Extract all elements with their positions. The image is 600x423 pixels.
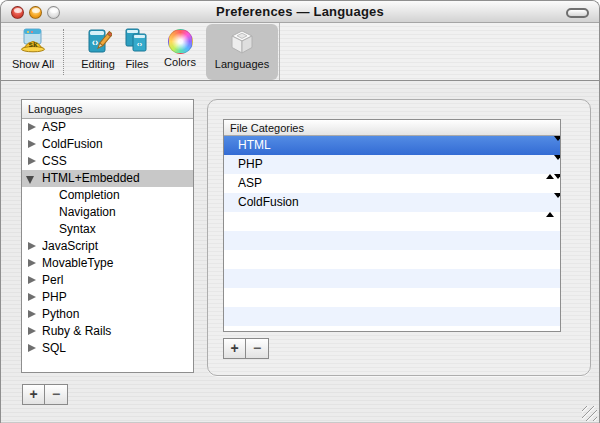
disclosure-collapsed-icon[interactable] — [28, 344, 36, 352]
svg-text:‹›: ‹› — [137, 40, 143, 49]
sidebar-item-movabletype[interactable]: MovableType — [22, 255, 193, 272]
sidebar-item-css[interactable]: CSS — [22, 153, 193, 170]
sidebar-item-ruby-rails[interactable]: Ruby & Rails — [22, 323, 193, 340]
tree-item-label: Python — [42, 307, 79, 321]
reorder-stepper-icon[interactable] — [546, 177, 554, 190]
tree-item-label: ASP — [42, 120, 66, 134]
sidebar-item-syntax[interactable]: Syntax — [22, 221, 193, 238]
toolbar-item-label: Editing — [73, 58, 123, 70]
sidebar-item-perl[interactable]: Perl — [22, 272, 193, 289]
row-label: ASP — [238, 176, 262, 190]
tree-item-label: Ruby & Rails — [42, 324, 111, 338]
disclosure-collapsed-icon[interactable] — [28, 123, 36, 131]
toolbar-item-files[interactable]: ‹› Files — [119, 26, 155, 78]
disclosure-collapsed-icon[interactable] — [28, 310, 36, 318]
toolbar-item-label: Show All — [5, 58, 61, 70]
disclosure-collapsed-icon[interactable] — [28, 157, 36, 165]
sidebar-item-html-embedded[interactable]: HTML+Embedded — [22, 170, 193, 187]
reorder-stepper-icon[interactable] — [546, 158, 554, 171]
toolbar-item-label: Files — [119, 58, 155, 70]
categories-add-remove-group: + − — [223, 338, 269, 359]
title-bar[interactable]: Preferences — Languages — [1, 1, 599, 23]
toolbar-divider — [279, 23, 280, 80]
svg-text:‹›: ‹› — [92, 37, 99, 48]
white-cube-icon — [228, 28, 256, 56]
toolbar-item-label: Languages — [208, 58, 276, 70]
file-category-row-coldfusion[interactable]: ColdFusion — [224, 193, 560, 212]
disclosure-collapsed-icon[interactable] — [28, 293, 36, 301]
tree-item-label: HTML+Embedded — [42, 171, 140, 185]
sidebar-item-asp[interactable]: ASP — [22, 119, 193, 136]
tree-item-label: SQL — [42, 341, 66, 355]
add-language-button[interactable]: + — [22, 384, 45, 405]
languages-column-header: Languages — [22, 100, 193, 119]
tree-item-label: PHP — [42, 290, 67, 304]
tree-item-label: Syntax — [59, 222, 96, 236]
tree-item-label: Perl — [42, 273, 63, 287]
reorder-stepper-icon[interactable] — [546, 196, 554, 209]
sidebar-item-navigation[interactable]: Navigation — [22, 204, 193, 221]
file-category-row-html[interactable]: HTML — [224, 136, 560, 155]
disclosure-expanded-icon[interactable] — [26, 176, 34, 184]
tree-item-label: Completion — [59, 188, 120, 202]
disclosure-collapsed-icon[interactable] — [28, 259, 36, 267]
window-title: Preferences — Languages — [1, 4, 599, 19]
color-wheel-icon — [168, 29, 193, 54]
tree-item-label: Navigation — [59, 205, 116, 219]
toolbar-item-label: Colors — [159, 56, 201, 68]
sidebar-item-completion[interactable]: Completion — [22, 187, 193, 204]
sidebar-add-remove-group: + − — [22, 384, 68, 405]
toolbar: sk Show All ‹› Editing — [1, 23, 599, 81]
toolbar-separator-dotted — [63, 29, 64, 75]
resize-grip[interactable] — [582, 406, 597, 421]
app-hardhat-icon: sk — [19, 28, 47, 56]
tree-item-label: ColdFusion — [42, 137, 103, 151]
toolbar-item-editing[interactable]: ‹› Editing — [73, 26, 123, 78]
row-label: ColdFusion — [238, 195, 299, 209]
tree-item-label: JavaScript — [42, 239, 98, 253]
tree-item-label: CSS — [42, 154, 67, 168]
sidebar-item-javascript[interactable]: JavaScript — [22, 238, 193, 255]
empty-rows-area — [224, 212, 560, 332]
file-categories-table: File Categories HTML PHP ASP ColdFusion — [223, 119, 561, 332]
row-label: PHP — [238, 157, 263, 171]
disclosure-collapsed-icon[interactable] — [28, 276, 36, 284]
document-pencil-icon: ‹› — [84, 28, 112, 56]
remove-category-button[interactable]: − — [246, 338, 269, 359]
disclosure-collapsed-icon[interactable] — [28, 242, 36, 250]
sidebar-item-python[interactable]: Python — [22, 306, 193, 323]
toolbar-item-languages[interactable]: Languages — [208, 26, 276, 78]
toolbar-toggle-pill-icon[interactable] — [566, 8, 589, 18]
file-category-row-php[interactable]: PHP — [224, 155, 560, 174]
add-category-button[interactable]: + — [223, 338, 246, 359]
tree-item-label: MovableType — [42, 256, 113, 270]
remove-language-button[interactable]: − — [45, 384, 68, 405]
sidebar-item-php[interactable]: PHP — [22, 289, 193, 306]
toolbar-item-show-all[interactable]: sk Show All — [5, 26, 61, 78]
sidebar-item-coldfusion[interactable]: ColdFusion — [22, 136, 193, 153]
disclosure-collapsed-icon[interactable] — [28, 327, 36, 335]
row-label: HTML — [238, 138, 271, 152]
disclosure-collapsed-icon[interactable] — [28, 140, 36, 148]
preferences-window: Preferences — Languages sk Show All ‹› — [0, 0, 600, 423]
toolbar-item-colors[interactable]: Colors — [159, 26, 201, 78]
documents-icon: ‹› — [123, 28, 151, 56]
file-categories-column-header: File Categories — [224, 120, 560, 136]
languages-tree-panel: Languages ASP ColdFusion CSS HTML+Embedd… — [21, 99, 194, 373]
file-category-row-asp[interactable]: ASP — [224, 174, 560, 193]
reorder-stepper-icon[interactable] — [546, 139, 554, 152]
svg-text:sk: sk — [29, 40, 38, 49]
sidebar-item-sql[interactable]: SQL — [22, 340, 193, 357]
